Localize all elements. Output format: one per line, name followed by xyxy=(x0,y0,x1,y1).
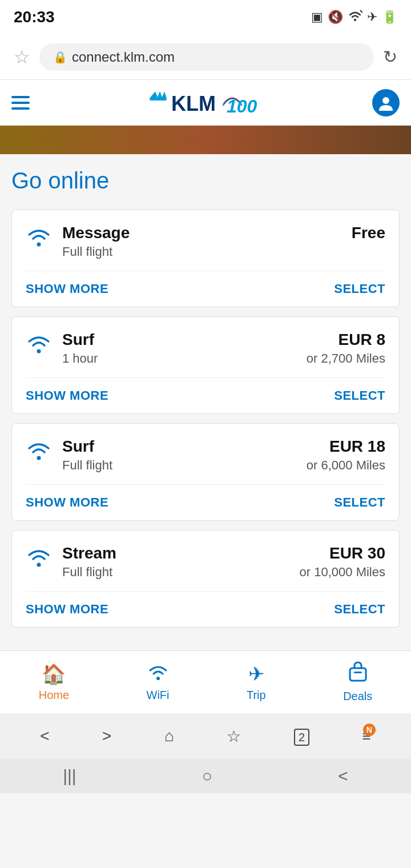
plan-card-actions: SHOW MORE SELECT xyxy=(26,591,385,627)
status-time: 20:33 xyxy=(14,8,55,26)
recents-button[interactable]: ||| xyxy=(63,766,76,786)
browser-menu-button[interactable]: ≡ N xyxy=(362,727,371,745)
wifi-signal-icon xyxy=(348,9,362,25)
url-bar[interactable]: 🔒 connect.klm.com xyxy=(39,43,374,71)
android-back-button[interactable]: < xyxy=(338,766,348,786)
gesture-bar: ||| ○ < xyxy=(0,759,411,793)
plan-name: Message xyxy=(62,224,130,242)
mute-icon: 🔇 xyxy=(328,10,343,25)
bottom-nav: 🏠 Home WiFi ✈ Trip Deals xyxy=(0,650,411,713)
plan-card-actions: SHOW MORE SELECT xyxy=(26,484,385,520)
plan-left: Surf Full flight xyxy=(26,437,112,473)
browser-home-button[interactable]: ⌂ xyxy=(164,727,174,745)
notification-count: N xyxy=(363,724,376,736)
plan-price-alt: or 2,700 Miles xyxy=(307,351,385,366)
main-content: Go online Message Full flight Free xyxy=(0,154,411,650)
plan-price-alt: or 6,000 Miles xyxy=(307,458,385,473)
show-more-button-stream[interactable]: SHOW MORE xyxy=(26,602,108,617)
airplane-icon: ✈ xyxy=(367,10,377,25)
trip-icon: ✈ xyxy=(248,662,264,685)
svg-text:100: 100 xyxy=(227,96,257,116)
svg-point-7 xyxy=(37,243,41,247)
system-nav: < > ⌂ ☆ 2 ≡ N xyxy=(0,713,411,759)
app-header: KLM 100 xyxy=(0,80,411,126)
plan-info: Surf 1 hour xyxy=(62,331,98,366)
browser-bookmark-button[interactable]: ☆ xyxy=(227,727,241,746)
svg-rect-3 xyxy=(150,98,167,101)
plan-price-main: EUR 18 xyxy=(307,437,385,456)
show-more-button-surf-full[interactable]: SHOW MORE xyxy=(26,495,108,510)
url-text: connect.klm.com xyxy=(72,49,175,65)
klm-logo: KLM 100 xyxy=(144,87,258,118)
android-home-button[interactable]: ○ xyxy=(202,766,212,786)
plan-name: Surf xyxy=(62,331,98,349)
svg-point-9 xyxy=(37,456,41,460)
page-title: Go online xyxy=(11,168,400,194)
menu-button[interactable] xyxy=(11,96,30,110)
plan-card-stream: Stream Full flight EUR 30 or 10,000 Mile… xyxy=(11,530,400,628)
plan-price-alt: or 10,000 Miles xyxy=(300,565,385,580)
plan-price-main: EUR 30 xyxy=(300,544,385,562)
bookmark-icon[interactable]: ☆ xyxy=(14,46,30,68)
svg-point-10 xyxy=(37,563,41,567)
plan-info: Message Full flight xyxy=(62,224,130,259)
plan-desc: Full flight xyxy=(62,565,116,580)
plan-price: EUR 18 or 6,000 Miles xyxy=(307,437,385,473)
select-button-surf-1h[interactable]: SELECT xyxy=(334,388,385,403)
plan-card-top: Surf 1 hour EUR 8 or 2,700 Miles xyxy=(26,331,385,366)
wifi-plan-icon xyxy=(26,331,52,353)
plan-card-top: Surf Full flight EUR 18 or 6,000 Miles xyxy=(26,437,385,473)
select-button-surf-full[interactable]: SELECT xyxy=(334,495,385,510)
nav-trip[interactable]: ✈ Trip xyxy=(247,662,266,702)
svg-point-0 xyxy=(354,19,356,21)
show-more-button-surf-1h[interactable]: SHOW MORE xyxy=(26,388,108,403)
plan-price: EUR 30 or 10,000 Miles xyxy=(300,544,385,580)
plan-left: Message Full flight xyxy=(26,224,130,259)
hero-banner xyxy=(0,126,411,154)
plan-price-main: EUR 8 xyxy=(307,331,385,349)
plan-price: EUR 8 or 2,700 Miles xyxy=(307,331,385,366)
battery-icon: 🔋 xyxy=(382,10,397,25)
home-icon: 🏠 xyxy=(42,662,66,685)
select-button-stream[interactable]: SELECT xyxy=(334,602,385,617)
status-bar: 20:33 ▣ 🔇 ✈ 🔋 xyxy=(0,0,411,34)
plan-cards-container: Message Full flight Free SHOW MORE SELEC… xyxy=(11,210,400,628)
plan-price-main: Free xyxy=(352,224,385,242)
plan-card-surf-full: Surf Full flight EUR 18 or 6,000 Miles S… xyxy=(11,423,400,521)
refresh-icon[interactable]: ↻ xyxy=(383,47,397,67)
notification-badge: ≡ N xyxy=(362,727,371,745)
nav-trip-label: Trip xyxy=(247,689,266,702)
svg-rect-12 xyxy=(350,668,366,681)
plan-info: Surf Full flight xyxy=(62,437,112,473)
plan-desc: Full flight xyxy=(62,458,112,473)
plan-left: Stream Full flight xyxy=(26,544,116,580)
plan-card-top: Stream Full flight EUR 30 or 10,000 Mile… xyxy=(26,544,385,580)
plan-name: Stream xyxy=(62,544,116,562)
nav-home[interactable]: 🏠 Home xyxy=(39,662,69,702)
nav-wifi[interactable]: WiFi xyxy=(147,662,170,702)
plan-left: Surf 1 hour xyxy=(26,331,98,366)
wifi-plan-icon xyxy=(26,544,52,567)
deals-icon xyxy=(348,661,368,686)
plan-card-top: Message Full flight Free xyxy=(26,224,385,259)
lock-icon: 🔒 xyxy=(53,50,67,64)
wifi-plan-icon xyxy=(26,437,52,460)
svg-point-8 xyxy=(37,349,41,353)
plan-price: Free xyxy=(352,224,385,242)
nav-deals[interactable]: Deals xyxy=(343,661,372,703)
plan-info: Stream Full flight xyxy=(62,544,116,580)
svg-rect-13 xyxy=(354,672,362,673)
wifi-plan-icon xyxy=(26,224,52,247)
klm-logo-svg: KLM 100 xyxy=(144,87,258,118)
browser-back-button[interactable]: < xyxy=(40,727,49,745)
plan-name: Surf xyxy=(62,437,112,456)
browser-forward-button[interactable]: > xyxy=(102,727,111,745)
plan-card-actions: SHOW MORE SELECT xyxy=(26,271,385,307)
plan-desc: Full flight xyxy=(62,244,130,259)
svg-line-1 xyxy=(360,10,362,13)
select-button-message[interactable]: SELECT xyxy=(334,282,385,296)
plan-desc: 1 hour xyxy=(62,351,98,366)
show-more-button-message[interactable]: SHOW MORE xyxy=(26,282,108,296)
browser-tabs-button[interactable]: 2 xyxy=(294,727,309,745)
user-avatar[interactable] xyxy=(372,89,400,116)
